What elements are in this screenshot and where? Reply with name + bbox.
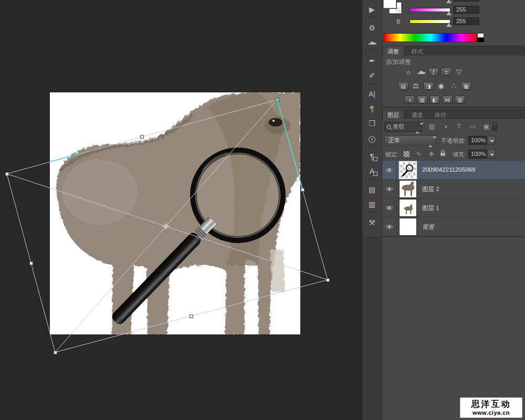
filter-adjustment-layers-icon[interactable]: ◑ bbox=[441, 122, 450, 131]
filter-smart-objects-icon[interactable]: ▣ bbox=[482, 122, 491, 131]
dock-grip[interactable] bbox=[366, 83, 378, 87]
adjustment-icons-row2: ▤ ⚖ ◨ ◉ ∴ ▦ bbox=[398, 82, 471, 90]
blend-mode-select[interactable]: 正常 bbox=[384, 135, 435, 145]
canvas-workspace[interactable] bbox=[0, 0, 361, 420]
green-value-field[interactable]: 255 bbox=[453, 6, 479, 14]
blue-slider-thumb[interactable] bbox=[446, 23, 452, 27]
posterize-icon[interactable]: ▨ bbox=[417, 96, 427, 104]
tab-styles[interactable]: 样式 bbox=[406, 46, 427, 57]
layer-thumbnail[interactable] bbox=[399, 180, 417, 198]
navigator-helm-icon[interactable]: ⚙ bbox=[362, 20, 382, 35]
visibility-toggle[interactable] bbox=[382, 161, 397, 180]
watermark-url: www.ciya.cn bbox=[460, 410, 522, 416]
vibrance-icon[interactable]: ▽ bbox=[454, 68, 464, 76]
gradient-map-icon[interactable]: ⋈ bbox=[442, 96, 453, 104]
layer-row-1[interactable]: 图层 1 bbox=[382, 198, 525, 217]
dock-grip[interactable] bbox=[366, 178, 378, 182]
color-spectrum-ramp[interactable] bbox=[384, 33, 477, 42]
filter-pixel-layers-icon[interactable]: ▤ bbox=[427, 122, 436, 131]
fill-value-field[interactable]: 100% bbox=[468, 150, 487, 159]
layer-thumbnail[interactable] bbox=[399, 199, 417, 217]
lock-image-pixels-icon[interactable]: ✎ bbox=[415, 150, 423, 158]
layer-thumbnail[interactable] bbox=[399, 161, 417, 179]
paragraph-styles-icon[interactable]: ¶ bbox=[362, 149, 382, 164]
layer-row-background[interactable]: 背景 bbox=[382, 217, 525, 236]
panel-divider bbox=[382, 107, 525, 108]
annotations-panel-icon[interactable]: ▥ bbox=[362, 197, 382, 212]
ramp-black-swatch[interactable] bbox=[477, 38, 484, 42]
paragraph-panel-icon[interactable]: ¶ bbox=[362, 101, 382, 116]
red-slider-thumb[interactable] bbox=[446, 0, 452, 3]
info-glyph: i bbox=[369, 136, 375, 143]
invert-icon[interactable]: ◑ bbox=[404, 96, 415, 104]
filter-shape-layers-icon[interactable]: ▭ bbox=[468, 122, 477, 131]
channel-row-g: G 255 bbox=[382, 5, 525, 16]
search-icon bbox=[386, 124, 392, 130]
fill-label: 填充: bbox=[453, 151, 466, 159]
visibility-toggle[interactable] bbox=[382, 180, 397, 198]
selective-color-icon[interactable]: ▥ bbox=[455, 96, 465, 104]
green-slider-thumb[interactable] bbox=[446, 12, 452, 15]
threshold-icon[interactable]: ◧ bbox=[429, 96, 440, 104]
green-slider[interactable] bbox=[410, 8, 450, 12]
opacity-value-field[interactable]: 100% bbox=[468, 136, 487, 145]
actions-icon[interactable]: ▶ bbox=[362, 2, 382, 17]
dock-grip[interactable] bbox=[366, 145, 378, 149]
photo-filter-icon[interactable]: ◉ bbox=[436, 82, 446, 90]
brush-presets-icon[interactable]: ✐ bbox=[362, 68, 382, 83]
tab-adjustments[interactable]: 调整 bbox=[382, 46, 404, 57]
hue-saturation-icon[interactable]: ▤ bbox=[398, 82, 408, 90]
channel-mixer-icon[interactable]: ∴ bbox=[448, 82, 459, 90]
add-adjustment-label: 添加调整 bbox=[386, 58, 411, 67]
color-lookup-icon[interactable]: ▦ bbox=[461, 82, 471, 90]
transform-bounding-box[interactable] bbox=[0, 0, 361, 420]
layer-name: 图层 2 bbox=[422, 185, 439, 193]
ramp-white-swatch[interactable] bbox=[477, 33, 484, 38]
tab-paths[interactable]: 路径 bbox=[430, 110, 451, 120]
character-panel-icon[interactable]: A| bbox=[362, 87, 382, 101]
tab-layers[interactable]: 图层 bbox=[382, 110, 404, 120]
dock-grip[interactable] bbox=[366, 17, 378, 20]
tab-channels[interactable]: 通道 bbox=[406, 110, 427, 120]
tool-presets-icon[interactable]: ⚒ bbox=[362, 215, 382, 230]
color-balance-icon[interactable]: ⚖ bbox=[411, 82, 421, 90]
fill-dropdown-button[interactable] bbox=[487, 150, 496, 159]
filter-type-layers-icon[interactable]: T bbox=[455, 122, 464, 131]
layer-row-2[interactable]: 图层 2 bbox=[382, 180, 525, 198]
clone-source-icon[interactable]: ❒ bbox=[362, 116, 382, 131]
blue-value-field[interactable]: 255 bbox=[453, 17, 479, 25]
layer-filter-toggle[interactable] bbox=[492, 122, 497, 131]
layer-list-end bbox=[382, 236, 525, 237]
adjustment-icons-row3: ◑ ▨ ◧ ⋈ ▥ bbox=[404, 96, 465, 104]
visibility-toggle[interactable] bbox=[382, 198, 397, 217]
opacity-dropdown-button[interactable] bbox=[487, 136, 496, 145]
dock-grip[interactable] bbox=[366, 50, 378, 54]
character-styles-icon[interactable]: A bbox=[362, 164, 382, 178]
eye-icon bbox=[385, 186, 393, 192]
black-white-icon[interactable]: ◨ bbox=[423, 82, 434, 90]
visibility-toggle[interactable] bbox=[382, 217, 397, 236]
levels-icon[interactable]: ▂▅▃ bbox=[416, 68, 426, 76]
brightness-contrast-icon[interactable]: ☼ bbox=[403, 68, 414, 76]
watermark-title: 思洋互动 bbox=[460, 399, 522, 410]
curves-icon[interactable]: ƒ bbox=[428, 68, 439, 76]
lock-transparent-pixels-icon[interactable] bbox=[403, 151, 410, 158]
info-panel-icon[interactable]: i bbox=[362, 131, 382, 145]
lock-all-icon[interactable] bbox=[440, 149, 446, 159]
exposure-icon[interactable]: ± bbox=[441, 68, 452, 76]
kind-spinner bbox=[415, 124, 419, 133]
layer-filter-kind-dropdown[interactable]: 类型 bbox=[384, 122, 422, 132]
brush-panel-icon[interactable]: ✒ bbox=[362, 54, 382, 68]
layers-tabbar: 图层 通道 路径 bbox=[382, 109, 525, 120]
layer-row-smart-object[interactable]: 2009042211205069 bbox=[382, 161, 525, 180]
adjustments-tabbar: 调整 样式 bbox=[382, 46, 525, 56]
lock-label: 锁定: bbox=[385, 151, 398, 159]
dock-grip[interactable] bbox=[366, 212, 378, 215]
layer-name: 2009042211205069 bbox=[422, 166, 475, 173]
histogram-icon[interactable]: ▂▅▃ bbox=[362, 35, 382, 50]
red-value-field[interactable]: 255 bbox=[453, 0, 479, 2]
blue-slider[interactable] bbox=[410, 19, 450, 24]
notes-panel-icon[interactable]: ▤ bbox=[362, 182, 382, 197]
lock-position-icon[interactable]: ✥ bbox=[427, 150, 435, 158]
layer-thumbnail[interactable] bbox=[399, 218, 417, 236]
